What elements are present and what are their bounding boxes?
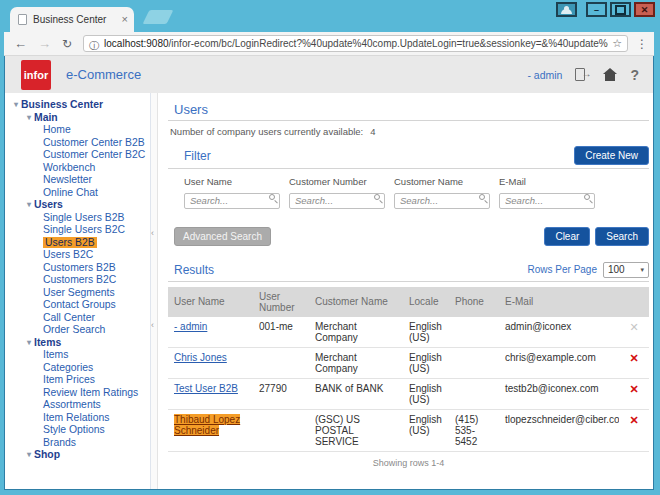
bookmark-star-icon[interactable] [612,37,622,50]
sidebar-item-customer-center-b2b[interactable]: Customer Center B2B [5,137,150,150]
chevron-down-icon[interactable] [27,112,31,125]
sidebar-item-business-center[interactable]: Business Center [5,99,150,112]
col-email: E-Mail [499,287,619,317]
sidebar-item-main[interactable]: Main [5,112,150,125]
sidebar-item-users[interactable]: Users [5,199,150,212]
search-icon[interactable] [479,194,485,200]
col-user-number: User Number [253,287,309,317]
sidebar-item-workbench[interactable]: Workbench [5,162,150,175]
sidebar-item-newsletter[interactable]: Newsletter [5,174,150,187]
sidebar-item-online-chat[interactable]: Online Chat [5,187,150,200]
sidebar-item-style-options[interactable]: Style Options [5,424,150,437]
sidebar-item-review-item-ratings[interactable]: Review Item Ratings [5,387,150,400]
sidebar-item-home[interactable]: Home [5,124,150,137]
window-maximize-button[interactable] [610,2,631,17]
search-button[interactable]: Search [595,227,649,246]
new-tab-button[interactable] [143,10,174,24]
chevron-down-icon[interactable] [27,337,31,350]
search-icon[interactable] [374,194,380,200]
window-close-button[interactable] [634,2,655,17]
address-bar[interactable]: localhost:9080/infor-ecom/bc/LoginRedire… [83,35,628,52]
col-actions [619,287,649,317]
user-link-highlighted[interactable]: Thibaud Lopez Schneider [174,414,240,436]
search-icon[interactable] [584,194,590,200]
col-phone: Phone [449,287,499,317]
current-user-link[interactable]: - admin [527,69,562,81]
table-row: - admin 001-me Merchant Company English … [168,317,649,348]
sidebar-item-order-search[interactable]: Order Search [5,324,150,337]
chevron-down-icon[interactable] [27,449,31,462]
logout-icon[interactable] [575,68,590,81]
collapse-sidebar-icon[interactable] [151,321,154,330]
user-link[interactable]: - admin [174,321,207,332]
email-search-input[interactable] [499,193,595,209]
sidebar-item-single-users-b2c[interactable]: Single Users B2C [5,224,150,237]
user-link[interactable]: Test User B2B [174,383,238,394]
user-count-line: Number of company users currently availa… [170,126,649,137]
sidebar-item-shop[interactable]: Shop [5,449,150,462]
back-icon[interactable] [14,37,27,50]
sidebar-item-customer-center-b2c[interactable]: Customer Center B2C [5,149,150,162]
rows-per-page-value: 100 [608,264,625,275]
sidebar-item-item-relations[interactable]: Item Relations [5,412,150,425]
sidebar-item-single-users-b2b[interactable]: Single Users B2B [5,212,150,225]
page-favicon-icon [18,14,27,25]
browser-menu-icon[interactable] [636,37,648,51]
sidebar-item-brands[interactable]: Brands [5,437,150,450]
collapse-sidebar-icon[interactable] [151,229,154,238]
page-info-icon[interactable] [89,35,104,52]
clear-button[interactable]: Clear [544,227,590,246]
help-icon[interactable]: ? [630,67,639,83]
sidebar-item-users-b2c[interactable]: Users B2C [5,249,150,262]
sidebar-item-items[interactable]: Items [5,337,150,350]
user-link[interactable]: Chris Jones [174,352,227,363]
sidebar-item-users-b2b[interactable]: Users B2B [5,237,150,250]
delete-icon[interactable] [629,352,638,364]
url-path: /infor-ecom/bc/LoginRedirect?%40update%4… [169,38,609,49]
window-minimize-button[interactable] [586,2,607,17]
browser-profile-button[interactable] [556,2,577,17]
user-count-label: Number of company users currently availa… [170,126,363,137]
home-icon[interactable] [603,68,617,81]
browser-tab[interactable]: Business Center [10,7,134,32]
delete-icon-disabled [629,321,638,333]
browser-titlebar: Business Center [0,0,660,32]
sidebar-item-customers-b2c[interactable]: Customers B2C [5,274,150,287]
customer-name-search-input[interactable] [394,193,490,209]
tab-close-icon[interactable] [122,14,128,25]
sidebar-item-user-segments[interactable]: User Segments [5,287,150,300]
table-row: Thibaud Lopez Schneider (GSC) US POSTAL … [168,409,649,451]
sidebar-item-items-leaf[interactable]: Items [5,349,150,362]
chevron-down-icon[interactable] [14,99,18,112]
sidebar-splitter[interactable] [150,93,158,489]
delete-icon[interactable] [629,383,638,395]
browser-viewport: infor e-Commerce - admin ? Business Cent… [4,56,654,490]
chevron-down-icon [640,266,644,274]
filter-field-user-name: User Name [184,176,280,209]
results-section-title: Results [174,263,214,277]
sidebar-item-assortments[interactable]: Assortments [5,399,150,412]
sidebar-item-call-center[interactable]: Call Center [5,312,150,325]
delete-icon[interactable] [629,414,638,426]
table-footer: Showing rows 1-4 [168,452,649,468]
create-new-button[interactable]: Create New [574,146,649,165]
sidebar-item-contact-groups[interactable]: Contact Groups [5,299,150,312]
user-count-value: 4 [370,126,375,137]
chevron-down-icon[interactable] [27,199,31,212]
advanced-search-button[interactable]: Advanced Search [174,227,271,246]
forward-icon[interactable] [38,37,51,50]
sidebar-item-categories[interactable]: Categories [5,362,150,375]
divider [168,168,649,169]
filter-section-title: Filter [184,149,211,163]
search-icon[interactable] [269,194,275,200]
reload-icon[interactable] [62,37,72,51]
sidebar-item-item-prices[interactable]: Item Prices [5,374,150,387]
field-label: Customer Name [394,176,490,187]
user-name-search-input[interactable] [184,193,280,209]
customer-number-search-input[interactable] [289,193,385,209]
filter-field-email: E-Mail [499,176,595,209]
divider [168,120,649,121]
sidebar-item-customers-b2b[interactable]: Customers B2B [5,262,150,275]
rows-per-page-select[interactable]: 100 [603,262,649,278]
rows-per-page-label: Rows Per Page [528,264,597,275]
